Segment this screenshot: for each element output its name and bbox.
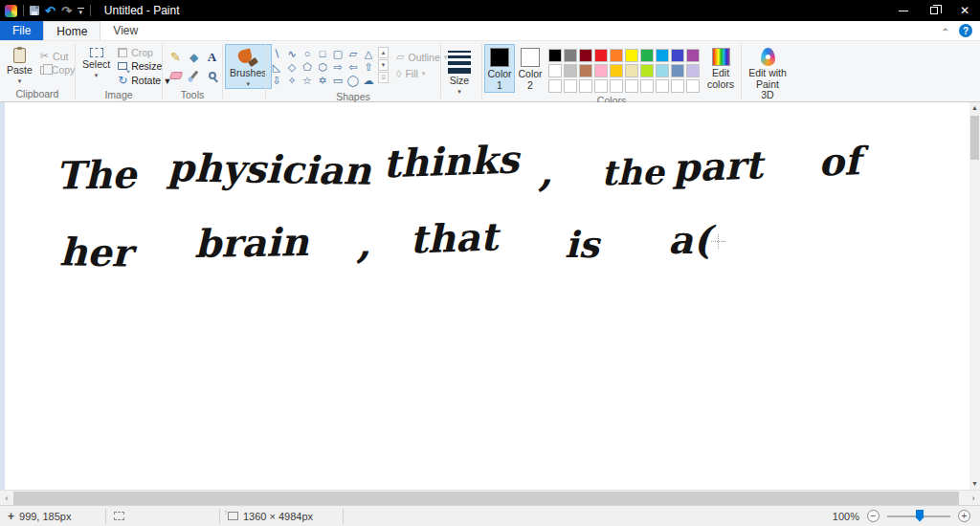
palette-swatch[interactable] bbox=[594, 49, 608, 62]
zoom-slider[interactable] bbox=[887, 515, 950, 517]
shape-pentagon-icon[interactable]: ⬠ bbox=[300, 60, 315, 74]
text-tool-icon[interactable] bbox=[208, 50, 216, 65]
cut-button[interactable]: Cut bbox=[37, 49, 78, 63]
shape-rounded-rectangle-icon[interactable]: ▢ bbox=[330, 47, 345, 60]
palette-swatch[interactable] bbox=[671, 49, 684, 62]
zoom-slider-thumb[interactable] bbox=[916, 510, 924, 522]
palette-swatch[interactable] bbox=[579, 64, 592, 77]
palette-swatch[interactable] bbox=[564, 49, 577, 62]
copy-button[interactable]: Copy bbox=[37, 63, 78, 77]
pencil-tool-icon[interactable] bbox=[170, 50, 181, 64]
palette-swatch[interactable] bbox=[625, 49, 638, 62]
shape-five-point-star-icon[interactable]: ☆ bbox=[300, 74, 315, 87]
select-button[interactable]: Select ▾ bbox=[78, 44, 115, 80]
edit-colors-button[interactable]: Edit colors bbox=[702, 44, 739, 92]
paste-button[interactable]: Paste ▾ bbox=[2, 44, 37, 86]
shape-diamond-icon[interactable]: ◇ bbox=[284, 60, 300, 74]
palette-swatch[interactable] bbox=[656, 64, 669, 77]
shape-line-icon[interactable]: ∖ bbox=[269, 47, 284, 60]
handwritten-word: a( bbox=[668, 217, 711, 262]
horizontal-scrollbar[interactable]: ‹ › bbox=[0, 490, 980, 505]
tab-home[interactable]: Home bbox=[43, 21, 100, 40]
help-icon[interactable]: ? bbox=[959, 24, 972, 37]
horizontal-scrollbar-thumb[interactable] bbox=[13, 492, 959, 505]
palette-swatch[interactable] bbox=[610, 49, 623, 62]
eraser-tool-icon[interactable] bbox=[168, 72, 183, 79]
edit-with-paint3d-button[interactable]: Edit with Paint 3D bbox=[744, 44, 791, 103]
palette-swatch[interactable] bbox=[671, 64, 684, 77]
palette-empty-slot[interactable] bbox=[579, 79, 592, 93]
color1-button[interactable]: Color 1 bbox=[484, 44, 515, 93]
palette-empty-slot[interactable] bbox=[656, 79, 669, 93]
vertical-scrollbar[interactable]: ▲ ▼ bbox=[969, 102, 980, 490]
eyedropper-tool-icon[interactable] bbox=[189, 70, 198, 80]
palette-swatch[interactable] bbox=[548, 49, 562, 62]
shape-hexagon-icon[interactable]: ⬡ bbox=[315, 60, 330, 74]
scroll-left-icon[interactable]: ‹ bbox=[0, 491, 13, 506]
shape-polygon-icon[interactable]: ▱ bbox=[345, 47, 361, 60]
drawing-canvas[interactable]: The physician thinks , the part of her b… bbox=[5, 102, 969, 490]
close-button[interactable]: ✕ bbox=[949, 0, 980, 21]
shape-arrow-right-icon[interactable]: ⇨ bbox=[330, 60, 345, 74]
palette-swatch[interactable] bbox=[579, 49, 592, 62]
palette-swatch[interactable] bbox=[625, 64, 638, 77]
palette-swatch[interactable] bbox=[640, 49, 654, 62]
shape-ellipse-icon[interactable]: ○ bbox=[300, 47, 315, 60]
ribbon-tab-row: File Home View ⌃ ? bbox=[0, 21, 980, 41]
shape-right-triangle-icon[interactable]: ◺ bbox=[269, 60, 284, 74]
palette-swatch[interactable] bbox=[686, 49, 700, 62]
shapes-scroll-up-icon[interactable]: ▴ bbox=[378, 47, 389, 58]
save-icon[interactable] bbox=[30, 6, 39, 15]
shape-rounded-callout-icon[interactable]: ▭ bbox=[330, 74, 345, 87]
shape-arrow-up-icon[interactable]: ⇧ bbox=[361, 60, 376, 74]
palette-swatch[interactable] bbox=[548, 64, 562, 77]
palette-swatch[interactable] bbox=[686, 64, 700, 77]
shape-arrow-down-icon[interactable]: ⇩ bbox=[269, 74, 284, 87]
shape-curve-icon[interactable]: ∿ bbox=[284, 47, 300, 60]
palette-empty-slot[interactable] bbox=[625, 79, 638, 93]
collapse-ribbon-icon[interactable]: ⌃ bbox=[942, 27, 949, 37]
palette-empty-slot[interactable] bbox=[594, 79, 608, 93]
tab-view[interactable]: View bbox=[100, 21, 150, 40]
palette-swatch[interactable] bbox=[594, 64, 608, 77]
size-button[interactable]: Size ▾ bbox=[443, 44, 476, 97]
palette-swatch[interactable] bbox=[640, 64, 654, 77]
color2-button[interactable]: Color 2 bbox=[515, 44, 546, 93]
shape-six-point-star-icon[interactable]: ✡ bbox=[315, 74, 330, 87]
palette-empty-slot[interactable] bbox=[564, 79, 577, 93]
zoom-level-value: 100% bbox=[833, 511, 859, 522]
shapes-scroll-down-icon[interactable]: ▾ bbox=[378, 59, 389, 71]
scroll-up-icon[interactable]: ▲ bbox=[969, 102, 980, 114]
zoom-in-button[interactable]: + bbox=[958, 510, 970, 522]
magnifier-tool-icon[interactable] bbox=[209, 72, 216, 79]
shape-four-point-star-icon[interactable]: ✧ bbox=[284, 74, 300, 87]
palette-empty-slot[interactable] bbox=[686, 79, 700, 93]
undo-icon[interactable] bbox=[45, 4, 56, 18]
palette-empty-slot[interactable] bbox=[640, 79, 654, 93]
shape-cloud-callout-icon[interactable]: ☁ bbox=[361, 74, 376, 87]
shape-triangle-icon[interactable]: △ bbox=[361, 47, 376, 60]
tab-file[interactable]: File bbox=[0, 21, 43, 40]
redo-icon[interactable] bbox=[61, 4, 72, 18]
palette-swatch[interactable] bbox=[656, 49, 669, 62]
shape-rectangle-icon[interactable]: □ bbox=[315, 47, 330, 60]
tools-group: Tools bbox=[163, 41, 222, 101]
shape-oval-callout-icon[interactable]: ◯ bbox=[345, 74, 361, 87]
customize-quick-access-icon[interactable] bbox=[78, 8, 84, 14]
restore-button[interactable] bbox=[919, 0, 949, 21]
palette-swatch[interactable] bbox=[564, 64, 577, 77]
shapes-more-icon[interactable]: ⍗ bbox=[378, 72, 389, 83]
vertical-scrollbar-thumb[interactable] bbox=[970, 116, 979, 160]
scroll-down-icon[interactable]: ▼ bbox=[969, 478, 980, 490]
palette-swatch[interactable] bbox=[610, 64, 623, 77]
palette-empty-slot[interactable] bbox=[548, 79, 562, 93]
scroll-right-icon[interactable]: › bbox=[967, 491, 980, 506]
shape-arrow-left-icon[interactable]: ⇦ bbox=[345, 60, 361, 74]
palette-empty-slot[interactable] bbox=[610, 79, 623, 93]
outline-label: Outline bbox=[408, 52, 439, 63]
fill-tool-icon[interactable] bbox=[189, 51, 198, 64]
zoom-out-button[interactable]: − bbox=[867, 510, 880, 522]
zoom-controls: 100% − + bbox=[833, 510, 980, 522]
minimize-button[interactable] bbox=[888, 0, 919, 21]
palette-empty-slot[interactable] bbox=[671, 79, 684, 93]
